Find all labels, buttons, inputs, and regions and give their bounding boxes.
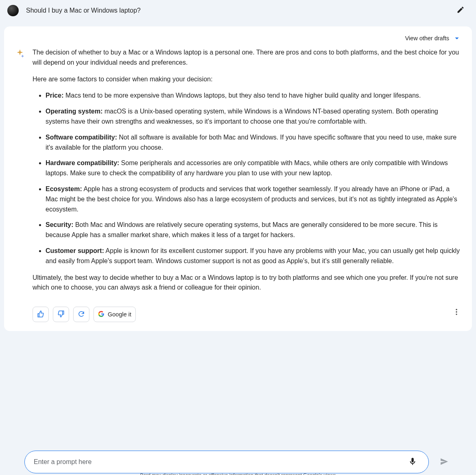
chevron-down-icon bbox=[452, 34, 461, 43]
list-item: Customer support: Apple is known for its… bbox=[46, 246, 461, 266]
send-icon bbox=[439, 457, 449, 468]
thumbs-up-icon bbox=[37, 310, 44, 319]
prompt-text: Should I buy a Mac or Windows laptop? bbox=[26, 7, 453, 14]
edit-prompt-button[interactable] bbox=[453, 2, 468, 18]
google-it-label: Google it bbox=[108, 311, 131, 318]
list-item: Software compatibility: Not all software… bbox=[46, 133, 461, 153]
svg-point-1 bbox=[456, 311, 457, 312]
factors-list: Price: Macs tend to be more expensive th… bbox=[33, 91, 461, 266]
input-area: Bard may display inaccurate or offensive… bbox=[0, 451, 476, 475]
prompt-input[interactable] bbox=[34, 458, 406, 466]
thumbs-up-button[interactable] bbox=[33, 307, 49, 322]
thumbs-down-icon bbox=[57, 310, 65, 319]
more-options-button[interactable] bbox=[450, 305, 463, 320]
list-item: Operating system: macOS is a Unix-based … bbox=[46, 107, 461, 127]
list-item: Price: Macs tend to be more expensive th… bbox=[46, 91, 461, 101]
thumbs-down-button[interactable] bbox=[53, 307, 69, 322]
prompt-row: Should I buy a Mac or Windows laptop? bbox=[0, 0, 476, 21]
sparkle-icon bbox=[15, 48, 25, 299]
response-lead: Here are some factors to consider when m… bbox=[33, 74, 461, 85]
send-button[interactable] bbox=[437, 454, 452, 470]
google-logo-icon bbox=[98, 311, 104, 318]
prompt-input-container bbox=[24, 451, 429, 473]
list-item: Ecosystem: Apple has a strong ecosystem … bbox=[46, 184, 461, 214]
refresh-icon bbox=[78, 310, 85, 319]
disclaimer-text: Bard may display inaccurate or offensive… bbox=[0, 473, 476, 475]
response-intro: The decision of whether to buy a Mac or … bbox=[33, 48, 461, 68]
response-outro: Ultimately, the best way to decide wheth… bbox=[33, 273, 461, 293]
mic-button[interactable] bbox=[406, 455, 419, 470]
svg-point-2 bbox=[456, 314, 457, 315]
view-drafts-toggle[interactable]: View other drafts bbox=[15, 34, 461, 43]
mic-icon bbox=[408, 457, 417, 467]
response-content: The decision of whether to buy a Mac or … bbox=[33, 48, 461, 299]
response-actions: Google it bbox=[33, 307, 461, 322]
more-vert-icon bbox=[452, 311, 461, 317]
regenerate-button[interactable] bbox=[73, 307, 89, 322]
pencil-icon bbox=[456, 6, 465, 15]
google-it-button[interactable]: Google it bbox=[93, 307, 136, 322]
svg-point-0 bbox=[456, 309, 457, 310]
user-avatar bbox=[7, 5, 19, 16]
list-item: Security: Both Mac and Windows are relat… bbox=[46, 220, 461, 240]
list-item: Hardware compatibility: Some peripherals… bbox=[46, 158, 461, 179]
drafts-label: View other drafts bbox=[405, 35, 449, 41]
response-card: View other drafts The decision of whethe… bbox=[4, 26, 472, 331]
